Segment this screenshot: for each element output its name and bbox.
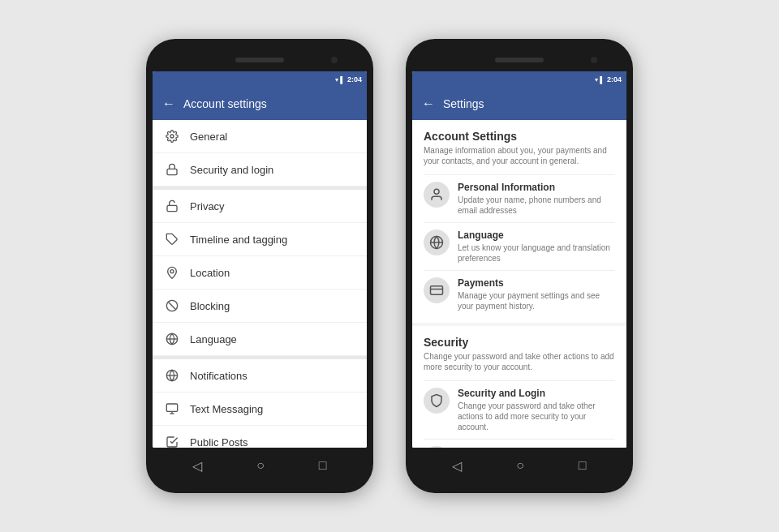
status-time-right: 2:04	[607, 75, 622, 84]
menu-item-location[interactable]: Location	[153, 256, 367, 290]
phone-top-left	[153, 49, 367, 71]
menu-item-blocking[interactable]: Blocking	[153, 290, 367, 323]
security-title: Security	[424, 336, 615, 349]
menu-label-public-posts: Public Posts	[190, 436, 248, 448]
camera-right	[591, 57, 597, 63]
status-time-left: 2:04	[347, 75, 362, 84]
nav-home-left[interactable]: ○	[256, 458, 265, 473]
checkbox-icon	[164, 434, 180, 448]
menu-item-language[interactable]: Language	[153, 323, 367, 356]
menu-item-general[interactable]: General	[153, 120, 367, 153]
account-settings-desc: Manage information about you, your payme…	[424, 145, 615, 166]
svg-rect-2	[167, 205, 177, 211]
location-icon	[164, 264, 180, 281]
settings-item-security-login[interactable]: Security and Login Change your password …	[424, 380, 615, 439]
scene: ▾ ▌ 2:04 ← Account settings	[0, 0, 779, 532]
speaker-right	[495, 58, 544, 62]
back-button-left[interactable]: ←	[162, 97, 175, 111]
payments-desc: Manage your payment settings and see you…	[458, 290, 615, 311]
lock-icon	[164, 161, 180, 178]
shield-icon	[424, 388, 450, 414]
language-desc: Let us know your language and translatio…	[458, 242, 615, 264]
language-text: Language Let us know your language and t…	[458, 230, 615, 264]
card-icon	[424, 277, 450, 303]
phone-right: ▾ ▌ 2:04 ← Settings Account Settings Man…	[406, 39, 633, 493]
notifications-icon	[164, 367, 180, 384]
nav-back-right[interactable]: ◁	[452, 458, 462, 474]
phone-bottom-right: ◁ ○ □	[412, 448, 626, 483]
account-settings-section: Account Settings Manage information abou…	[412, 120, 626, 323]
nav-recent-right[interactable]: □	[579, 458, 587, 473]
svg-point-4	[170, 270, 174, 273]
header-title-right: Settings	[443, 97, 484, 110]
status-bar-left: ▾ ▌ 2:04	[153, 71, 367, 88]
status-icons-left: ▾ ▌	[335, 76, 345, 84]
menu-item-notifications[interactable]: Notifications	[153, 356, 367, 393]
globe-icon-right	[424, 230, 450, 255]
account-settings-title: Account Settings	[424, 130, 615, 143]
nav-home-right[interactable]: ○	[516, 458, 524, 473]
svg-rect-17	[431, 286, 443, 295]
phone-top-right	[412, 49, 626, 71]
menu-label-privacy: Privacy	[190, 200, 225, 212]
gear-icon	[164, 128, 180, 144]
screen-left: ▾ ▌ 2:04 ← Account settings	[153, 71, 367, 448]
menu-label-blocking: Blocking	[190, 300, 230, 312]
wifi-icon-right: ▾	[595, 76, 598, 84]
language-title: Language	[458, 230, 615, 241]
security-desc: Change your password and take other acti…	[424, 351, 615, 372]
payments-title: Payments	[458, 277, 615, 289]
privacy-icon	[164, 198, 180, 214]
screen-right: ▾ ▌ 2:04 ← Settings Account Settings Man…	[412, 71, 626, 448]
menu-label-general: General	[190, 131, 227, 143]
menu-label-text-messaging: Text Messaging	[190, 403, 263, 415]
settings-item-language[interactable]: Language Let us know your language and t…	[424, 222, 615, 270]
signal-icon: ▌	[340, 76, 345, 84]
nav-back-left[interactable]: ◁	[192, 458, 202, 474]
personal-text: Personal Information Update your name, p…	[458, 182, 615, 216]
tag-icon	[164, 231, 180, 247]
svg-point-0	[170, 135, 174, 138]
camera-left	[331, 57, 338, 63]
personal-desc: Update your name, phone numbers and emai…	[458, 195, 615, 216]
security-section: Security Change your password and take o…	[412, 326, 626, 448]
globe-icon	[164, 331, 180, 347]
back-button-right[interactable]: ←	[422, 97, 435, 111]
security-login-text: Security and Login Change your password …	[458, 388, 615, 432]
settings-item-personal[interactable]: Personal Information Update your name, p…	[424, 174, 615, 222]
security-login-desc: Change your password and take other acti…	[458, 401, 615, 432]
svg-rect-1	[167, 169, 177, 174]
menu-item-text-messaging[interactable]: Text Messaging	[153, 393, 367, 426]
signal-icon-right: ▌	[600, 76, 605, 84]
menu-label-timeline: Timeline and tagging	[190, 234, 287, 246]
header-title-left: Account settings	[183, 97, 267, 110]
menu-item-public-posts[interactable]: Public Posts	[153, 426, 367, 448]
speaker-left	[235, 58, 284, 62]
payments-text: Payments Manage your payment settings an…	[458, 277, 615, 311]
message-icon	[164, 401, 180, 417]
svg-point-14	[434, 189, 439, 194]
menu-label-location: Location	[190, 267, 230, 279]
menu-item-privacy[interactable]: Privacy	[153, 187, 367, 223]
menu-label-security: Security and login	[190, 164, 273, 176]
app-header-left: ← Account settings	[153, 88, 367, 120]
settings-item-apps[interactable]: Apps & Websites	[424, 439, 615, 448]
menu-label-notifications: Notifications	[190, 370, 247, 382]
settings-content: Account Settings Manage information abou…	[412, 120, 626, 448]
phone-bottom-left: ◁ ○ □	[153, 448, 367, 483]
nav-recent-left[interactable]: □	[319, 458, 327, 473]
menu-item-security[interactable]: Security and login	[153, 153, 367, 187]
block-icon	[164, 298, 180, 314]
menu-list-left: General Security and login	[153, 120, 367, 448]
settings-item-payments[interactable]: Payments Manage your payment settings an…	[424, 270, 615, 318]
status-icons-right: ▾ ▌	[595, 76, 605, 84]
status-bar-right: ▾ ▌ 2:04	[412, 71, 626, 88]
menu-label-language: Language	[190, 333, 237, 345]
menu-item-timeline[interactable]: Timeline and tagging	[153, 223, 367, 256]
personal-title: Personal Information	[458, 182, 615, 193]
security-login-title: Security and Login	[458, 388, 615, 399]
phone-left: ▾ ▌ 2:04 ← Account settings	[146, 39, 373, 493]
svg-rect-11	[166, 404, 177, 411]
person-icon	[424, 182, 450, 208]
wifi-icon: ▾	[335, 76, 338, 84]
